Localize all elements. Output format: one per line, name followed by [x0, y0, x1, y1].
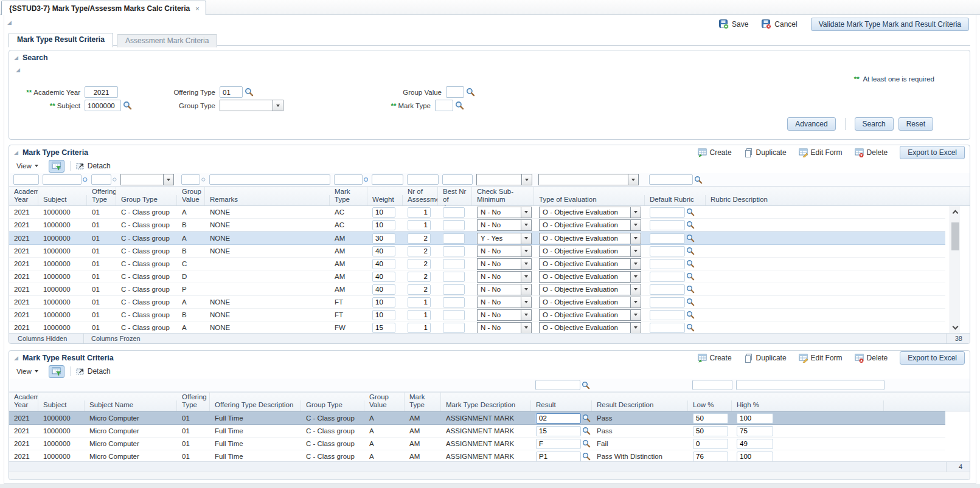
cancel-button[interactable]: Cancel	[762, 19, 797, 29]
search-lov-icon[interactable]	[455, 101, 464, 110]
validate-button[interactable]: Validate Mark Type Mark and Result Crite…	[811, 18, 969, 31]
result-input[interactable]	[536, 426, 581, 436]
default-rubric-input[interactable]	[650, 220, 685, 230]
view-menu-button[interactable]: View	[16, 368, 38, 375]
low-percent-input[interactable]	[693, 426, 728, 436]
check-sub-minimum-select[interactable]: N - No	[477, 271, 532, 283]
low-percent-input[interactable]	[693, 413, 728, 424]
filter-low-percent[interactable]	[692, 380, 732, 390]
best-nr-input[interactable]	[443, 272, 465, 282]
chevron-down-icon[interactable]	[521, 259, 531, 269]
duplicate-button[interactable]: Duplicate	[744, 148, 787, 157]
filter-group-type-select[interactable]	[120, 174, 174, 185]
table-row[interactable]: 2021 1000000 01 C - Class group C AM N -…	[9, 258, 945, 270]
search-lov-icon[interactable]	[686, 323, 695, 332]
check-sub-minimum-select[interactable]: N - No	[477, 258, 532, 270]
export-to-excel-button[interactable]: Export to Excel	[900, 351, 965, 365]
weight-input[interactable]	[372, 310, 395, 320]
type-of-evaluation-select[interactable]: O - Objective Evaluation	[539, 284, 641, 295]
group-value-field[interactable]	[446, 86, 464, 98]
collapse-icon[interactable]: ◢	[14, 150, 18, 156]
column-header[interactable]: Offering Type	[177, 393, 210, 411]
column-header[interactable]: High %	[732, 400, 884, 411]
nr-of-assessments-input[interactable]	[408, 272, 431, 282]
best-nr-input[interactable]	[443, 246, 465, 256]
table-row[interactable]: 2021 1000000 Micro Computer 01 Full Time…	[9, 425, 945, 438]
type-of-evaluation-select[interactable]: O - Objective Evaluation	[539, 271, 641, 283]
table-row[interactable]: 2021 1000000 01 C - Class group B NONE F…	[9, 309, 945, 321]
chevron-down-icon[interactable]	[521, 297, 531, 308]
nr-of-assessments-input[interactable]	[408, 233, 431, 244]
type-of-evaluation-select[interactable]: O - Objective Evaluation	[539, 233, 641, 244]
detach-button[interactable]: Detach	[76, 162, 111, 170]
reset-button[interactable]: Reset	[898, 117, 933, 131]
filter-operator-icon[interactable]	[201, 176, 206, 183]
best-nr-input[interactable]	[443, 297, 465, 308]
search-lov-icon[interactable]	[582, 414, 591, 422]
default-rubric-input[interactable]	[650, 323, 685, 333]
search-lov-icon[interactable]	[582, 452, 591, 461]
collapse-icon[interactable]: ◢	[14, 55, 18, 61]
search-lov-icon[interactable]	[686, 298, 695, 306]
horizontal-scrollbar[interactable]	[9, 472, 970, 479]
type-of-evaluation-select[interactable]: O - Objective Evaluation	[539, 297, 641, 308]
check-sub-minimum-select[interactable]: Y - Yes	[477, 233, 532, 244]
nr-of-assessments-input[interactable]	[408, 284, 431, 295]
filter-type-of-evaluation-select[interactable]	[538, 174, 639, 185]
vertical-scrollbar[interactable]	[950, 206, 960, 334]
expand-icon[interactable]: ◢	[16, 67, 20, 73]
default-rubric-input[interactable]	[650, 297, 685, 308]
type-of-evaluation-select[interactable]: O - Objective Evaluation	[539, 219, 641, 231]
table-row[interactable]: 2021 1000000 01 C - Class group B NONE A…	[9, 219, 945, 232]
best-nr-input[interactable]	[443, 207, 465, 218]
columns-hidden-label[interactable]: Columns Hidden	[9, 335, 83, 342]
chevron-down-icon[interactable]	[273, 100, 283, 111]
chevron-down-icon[interactable]	[521, 207, 531, 218]
low-percent-input[interactable]	[693, 452, 728, 462]
table-row[interactable]: 2021 1000000 01 C - Class group A NONE A…	[9, 206, 945, 219]
search-lov-icon[interactable]	[686, 259, 695, 268]
chevron-down-icon[interactable]	[630, 272, 641, 282]
best-nr-input[interactable]	[443, 220, 465, 230]
nr-of-assessments-input[interactable]	[408, 259, 431, 269]
column-header[interactable]: Academic Year	[9, 187, 38, 205]
chevron-down-icon[interactable]	[630, 246, 641, 256]
best-nr-input[interactable]	[443, 284, 465, 295]
column-header[interactable]: Group Value	[364, 393, 405, 411]
check-sub-minimum-select[interactable]: N - No	[477, 219, 532, 231]
search-lov-icon[interactable]	[686, 311, 695, 319]
filter-operator-icon[interactable]	[83, 176, 88, 183]
column-header[interactable]: Remarks	[205, 195, 330, 205]
best-nr-input[interactable]	[443, 310, 465, 320]
filter-remarks[interactable]	[209, 174, 330, 185]
tab-mark-type-result-criteria[interactable]: Mark Type Result Criteria	[9, 33, 113, 47]
filter-operator-icon[interactable]	[113, 176, 117, 183]
save-button[interactable]: Save	[719, 19, 748, 29]
group-type-select[interactable]	[220, 100, 283, 111]
check-sub-minimum-select[interactable]: N - No	[477, 284, 532, 295]
search-lov-icon[interactable]	[582, 439, 591, 448]
subject-field[interactable]	[85, 100, 121, 111]
weight-input[interactable]	[372, 272, 395, 282]
column-header[interactable]: Group Type	[301, 400, 364, 411]
delete-button[interactable]: Delete	[855, 354, 888, 363]
column-header[interactable]: Result Description	[592, 400, 688, 411]
table-row[interactable]: 2021 1000000 01 C - Class group P AM N -…	[9, 283, 945, 296]
scroll-up-icon[interactable]	[952, 210, 958, 216]
chevron-down-icon[interactable]	[521, 323, 531, 333]
delete-button[interactable]: Delete	[855, 148, 888, 157]
edit-form-button[interactable]: Edit Form	[799, 148, 843, 157]
column-header[interactable]: Mark Type Description	[441, 400, 531, 411]
low-percent-input[interactable]	[693, 439, 728, 449]
weight-input[interactable]	[372, 233, 395, 244]
weight-input[interactable]	[372, 297, 395, 308]
column-header[interactable]: Check Sub-Minimum	[472, 187, 534, 205]
default-rubric-input[interactable]	[650, 233, 685, 244]
expand-icon[interactable]: ◢	[7, 20, 12, 26]
default-rubric-input[interactable]	[650, 284, 685, 295]
column-header[interactable]: Subject	[38, 195, 87, 205]
close-icon[interactable]: ×	[195, 5, 199, 12]
nr-of-assessments-input[interactable]	[408, 310, 431, 320]
table-row[interactable]: 2021 1000000 Micro Computer 01 Full Time…	[9, 438, 945, 450]
default-rubric-input[interactable]	[650, 272, 685, 282]
